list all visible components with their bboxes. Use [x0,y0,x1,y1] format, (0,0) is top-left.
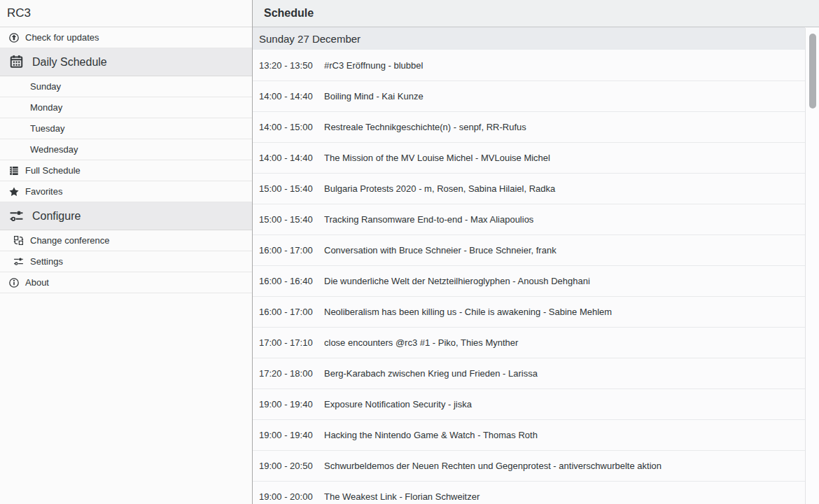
event-time: 17:00 - 17:10 [259,337,318,348]
sidebar-item-label: Daily Schedule [32,56,107,69]
sidebar-item-favorites[interactable]: Favorites [0,181,252,202]
sidebar-item-label: Favorites [25,186,62,197]
sidebar-item-check-for-updates[interactable]: Check for updates [0,27,252,48]
sidebar-item-sunday[interactable]: Sunday [0,76,252,97]
sidebar-item-label: Wednesday [30,144,78,155]
event-title: Die wunderliche Welt der Netzteilhierogl… [324,276,590,286]
app-title: RC3 [7,6,31,20]
event-title: close encounters @rc3 #1 - Piko, Thies M… [324,337,518,348]
calendar-icon [9,55,24,69]
event-row[interactable]: 19:00 - 19:40Exposure Notification Secur… [253,388,805,419]
sliders-icon [9,209,24,223]
event-title: Hacking the Nintendo Game & Watch - Thom… [324,430,538,440]
swap-icon [13,235,24,246]
event-row[interactable]: 16:00 - 16:40Die wunderliche Welt der Ne… [253,265,805,296]
sidebar-header: RC3 [0,0,252,27]
event-title: Berg-Karabach zwischen Krieg und Frieden… [324,368,538,379]
sidebar-item-label: Monday [30,102,62,113]
star-icon [8,186,20,197]
event-row[interactable]: 16:00 - 17:00Conversation with Bruce Sch… [253,234,805,265]
event-row[interactable]: 19:00 - 19:40Hacking the Nintendo Game &… [253,419,805,450]
app-window: RC3 Check for updatesDaily ScheduleSunda… [0,0,819,504]
sidebar-item-label: Full Schedule [25,165,80,176]
event-title: Schwurbeldemos der Neuen Rechten und Geg… [324,461,662,471]
event-time: 16:00 - 17:00 [259,245,318,255]
sidebar-item-wednesday[interactable]: Wednesday [0,139,252,160]
sidebar-item-about[interactable]: About [0,272,252,293]
sidebar-item-label: Check for updates [25,32,99,43]
event-time: 16:00 - 16:40 [259,276,318,286]
sidebar-section-configure[interactable]: Configure [0,202,252,230]
event-time: 16:00 - 17:00 [259,307,318,317]
event-title: Tracking Ransomware End-to-end - Max Ali… [324,214,533,225]
event-row[interactable]: 16:00 - 17:00Neoliberalism has been kill… [253,296,805,327]
sidebar: RC3 Check for updatesDaily ScheduleSunda… [0,0,253,504]
event-time: 15:00 - 15:40 [259,183,318,194]
event-row[interactable]: 15:00 - 15:40Tracking Ransomware End-to-… [253,204,805,234]
update-icon [8,32,20,43]
event-title: Bulgaria Protests 2020 - m, Rosen, Sabin… [324,183,555,194]
sidebar-item-full-schedule[interactable]: Full Schedule [0,160,252,181]
event-row[interactable]: 17:20 - 18:00Berg-Karabach zwischen Krie… [253,358,805,388]
event-title: The Mission of the MV Louise Michel - MV… [324,153,550,163]
event-title: The Weakest Link - Florian Schweitzer [324,491,479,502]
event-list: 13:20 - 13:50#rC3 Eröffnung - blubbel14:… [253,50,805,504]
info-icon [8,277,20,288]
day-header: Sunday 27 December [253,27,805,50]
sliders-icon [13,256,24,267]
event-row[interactable]: 14:00 - 15:00Restreale Technikgeschichte… [253,111,805,142]
event-time: 17:20 - 18:00 [259,368,318,379]
sidebar-item-label: Tuesday [30,123,64,134]
event-row[interactable]: 19:00 - 20:50Schwurbeldemos der Neuen Re… [253,450,805,481]
event-row[interactable]: 14:00 - 14:40The Mission of the MV Louis… [253,142,805,173]
sidebar-nav: Check for updatesDaily ScheduleSundayMon… [0,27,252,504]
page-title: Schedule [264,7,314,20]
event-row[interactable]: 19:00 - 20:00The Weakest Link - Florian … [253,481,805,504]
main-panel: Schedule Sunday 27 December 13:20 - 13:5… [253,0,819,504]
sidebar-item-label: Settings [30,256,63,267]
sidebar-item-label: Change conference [30,235,109,246]
event-time: 19:00 - 20:00 [259,491,318,502]
scrollbar-track[interactable] [805,28,819,504]
event-time: 14:00 - 15:00 [259,122,318,132]
scrollbar-thumb[interactable] [809,34,816,108]
event-row[interactable]: 14:00 - 14:40Boiling Mind - Kai Kunze [253,80,805,111]
sidebar-item-label: Sunday [30,81,61,92]
event-row[interactable]: 15:00 - 15:40Bulgaria Protests 2020 - m,… [253,173,805,204]
event-time: 14:00 - 14:40 [259,91,318,102]
event-time: 15:00 - 15:40 [259,214,318,225]
event-title: #rC3 Eröffnung - blubbel [324,60,423,71]
sidebar-item-settings[interactable]: Settings [0,251,252,272]
event-time: 19:00 - 20:50 [259,461,318,471]
event-row[interactable]: 13:20 - 13:50#rC3 Eröffnung - blubbel [253,50,805,80]
sidebar-item-label: Configure [32,210,80,223]
event-title: Boiling Mind - Kai Kunze [324,91,424,102]
sidebar-item-tuesday[interactable]: Tuesday [0,118,252,139]
event-row[interactable]: 17:00 - 17:10close encounters @rc3 #1 - … [253,327,805,358]
event-title: Restreale Technikgeschichte(n) - senpf, … [324,122,526,132]
sidebar-item-monday[interactable]: Monday [0,97,252,118]
event-title: Conversation with Bruce Schneier - Bruce… [324,245,556,255]
event-time: 19:00 - 19:40 [259,430,318,440]
event-time: 19:00 - 19:40 [259,399,318,410]
sidebar-item-change-conference[interactable]: Change conference [0,230,252,251]
event-title: Neoliberalism has been killing us - Chil… [324,307,612,317]
event-time: 14:00 - 14:40 [259,153,318,163]
sidebar-item-label: About [25,277,49,288]
sidebar-section-daily-schedule[interactable]: Daily Schedule [0,48,252,76]
main-header: Schedule [253,0,819,27]
list-icon [8,165,20,176]
event-title: Exposure Notification Security - jiska [324,399,472,410]
event-time: 13:20 - 13:50 [259,60,318,71]
day-header-label: Sunday 27 December [259,33,360,45]
